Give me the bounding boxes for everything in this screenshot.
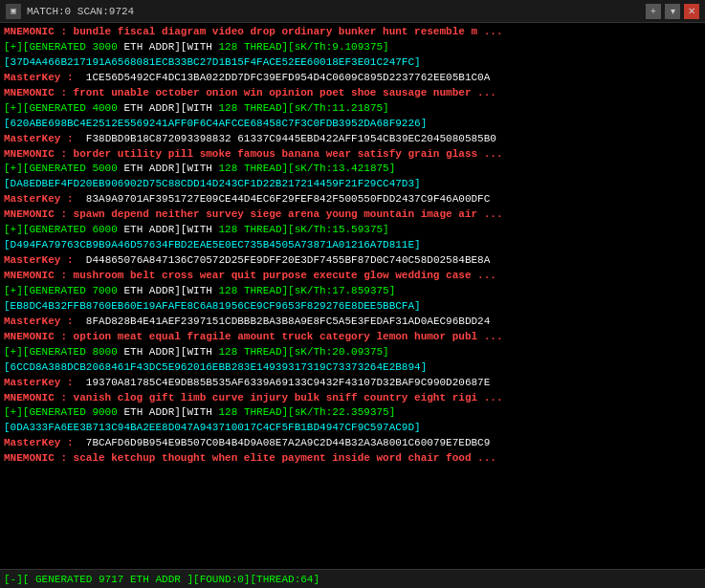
mnemonic-line: MNEMONIC : front unable october onion wi… (4, 87, 496, 98)
window-title: MATCH:0 SCAN:9724 (27, 6, 646, 17)
masterkey-label: MasterKey : (4, 72, 74, 83)
masterkey-label: MasterKey : (4, 193, 74, 205)
gen-number: 4000 (92, 102, 123, 114)
titlebar-close-button[interactable]: ✕ (684, 4, 699, 19)
sk-value: 17.859375 (332, 285, 388, 296)
terminal-line: [+][GENERATED 4000 ETH ADDR][WITH 128 TH… (4, 101, 701, 117)
terminal-line: MNEMONIC : vanish clog gift limb curve i… (4, 391, 701, 406)
masterkey-value: 19370A81785C4E9DB85B535AF6339A69133C9432… (74, 377, 491, 388)
thread-label: THREAD][sK/Th: (244, 346, 332, 358)
terminal-line: MasterKey : 1CE56D5492CF4DC13BA022DD7DFC… (4, 71, 701, 86)
terminal-line: [D494FA79763CB9B9A46D57634FBD2EAE5E0EC73… (4, 238, 701, 253)
app-icon: ▣ (6, 4, 21, 19)
terminal-line: MasterKey : D44865076A847136C70572D25FE9… (4, 253, 701, 269)
gen-number: 5000 (92, 163, 123, 174)
eth-addr-label: ETH ADDR][WITH (123, 41, 218, 53)
terminal-output: MNEMONIC : bundle fiscal diagram video d… (0, 23, 705, 569)
gen-number: 6000 (92, 224, 123, 235)
gen-suffix: ] (383, 224, 389, 235)
thread-count: 128 (218, 346, 243, 358)
generated-label: [+][GENERATED (4, 163, 92, 174)
terminal-line: [+][GENERATED 6000 ETH ADDR][WITH 128 TH… (4, 223, 701, 238)
thread-count: 128 (218, 102, 243, 114)
eth-addr-label: ETH ADDR][WITH (123, 102, 218, 114)
hex-address: [DA8EDBEF4FD20EB906902D75C88CDD14D243CF1… (4, 178, 421, 189)
hex-address: [6CCD8A388DCB2068461F43DC5E962016EBB283E… (4, 361, 427, 373)
mnemonic-line: MNEMONIC : option meat equal fragile amo… (4, 331, 503, 342)
titlebar: ▣ MATCH:0 SCAN:9724 + ▾ ✕ (0, 0, 705, 23)
terminal-line: [+][GENERATED 7000 ETH ADDR][WITH 128 TH… (4, 284, 701, 299)
mnemonic-line: MNEMONIC : spawn depend neither survey s… (4, 208, 503, 220)
generated-label: [+][GENERATED (4, 346, 92, 358)
masterkey-value: 8FAD828B4E41AEF2397151CDBBB2BA3B8A9E8FC5… (74, 316, 491, 327)
masterkey-value: 1CE56D5492CF4DC13BA022DD7DFC39EFD954D4C0… (74, 72, 491, 83)
gen-suffix: ] (389, 285, 396, 296)
gen-suffix: ] (383, 346, 389, 358)
titlebar-plus-button[interactable]: + (646, 4, 661, 19)
terminal-line: MNEMONIC : option meat equal fragile amo… (4, 330, 701, 345)
gen-suffix: ] (383, 102, 389, 114)
terminal-line: MasterKey : 7BCAFD6D9B954E9B507C0B4B4D9A… (4, 436, 701, 451)
hex-address: [620ABE698BC4E2512E5569241AFF0F6C4AFCCE6… (4, 118, 427, 129)
terminal-line: [+][GENERATED 8000 ETH ADDR][WITH 128 TH… (4, 345, 701, 360)
thread-label: THREAD][sK/Th: (244, 285, 332, 296)
gen-number: 3000 (92, 41, 123, 53)
gen-suffix: ] (389, 163, 396, 174)
mnemonic-line: MNEMONIC : vanish clog gift limb curve i… (4, 392, 503, 403)
generated-label: [+][GENERATED (4, 41, 92, 53)
terminal-line: [+][GENERATED 9000 ETH ADDR][WITH 128 TH… (4, 405, 701, 421)
gen-number: 9000 (92, 406, 123, 418)
eth-addr-label: ETH ADDR][WITH (123, 163, 218, 174)
thread-count: 128 (218, 224, 243, 235)
thread-label: THREAD][sK/Th: (244, 41, 332, 53)
terminal-line: MasterKey : 8FAD828B4E41AEF2397151CDBBB2… (4, 315, 701, 330)
eth-addr-label: ETH ADDR][WITH (123, 406, 218, 418)
terminal-line: MasterKey : 83A9A9701AF3951727E09CE44D4E… (4, 192, 701, 207)
masterkey-label: MasterKey : (4, 377, 74, 388)
mnemonic-line: MNEMONIC : border utility pill smoke fam… (4, 148, 503, 160)
terminal-line: MNEMONIC : scale ketchup thought when el… (4, 451, 701, 467)
thread-label: THREAD][sK/Th: (244, 163, 332, 174)
masterkey-value: 83A9A9701AF3951727E09CE44D4EC6F29FEF842F… (74, 193, 491, 205)
sk-value: 22.359375 (332, 406, 388, 418)
terminal-line: MNEMONIC : mushroom belt cross wear quit… (4, 269, 701, 284)
status-text: [-][ GENERATED 9717 ETH ADDR ][FOUND:0][… (4, 574, 319, 585)
masterkey-value: 7BCAFD6D9B954E9B507C0B4B4D9A08E7A2A9C2D4… (74, 437, 491, 448)
status-bar: [-][ GENERATED 9717 ETH ADDR ][FOUND:0][… (0, 569, 705, 588)
sk-value: 15.59375 (332, 224, 383, 235)
gen-suffix: ] (383, 41, 389, 53)
thread-count: 128 (218, 406, 243, 418)
masterkey-label: MasterKey : (4, 254, 74, 266)
gen-number: 7000 (92, 285, 123, 296)
thread-label: THREAD][sK/Th: (244, 406, 332, 418)
masterkey-label: MasterKey : (4, 316, 74, 327)
masterkey-value: F38DBD9B18C872093398832 61337C9445EBD422… (74, 133, 496, 144)
hex-address: [0DA333FA6EE3B713C94BA2EE8D047A943710017… (4, 422, 421, 433)
hex-address: [EB8DC4B32FFB8760EB60E19AFAFE8C6A81956CE… (4, 300, 421, 312)
thread-label: THREAD][sK/Th: (244, 224, 332, 235)
eth-addr-label: ETH ADDR][WITH (123, 285, 218, 296)
generated-label: [+][GENERATED (4, 224, 92, 235)
terminal-line: MNEMONIC : border utility pill smoke fam… (4, 147, 701, 163)
eth-addr-label: ETH ADDR][WITH (123, 346, 218, 358)
terminal-line: [DA8EDBEF4FD20EB906902D75C88CDD14D243CF1… (4, 177, 701, 192)
mnemonic-line: MNEMONIC : scale ketchup thought when el… (4, 452, 496, 464)
sk-value: 13.421875 (332, 163, 388, 174)
terminal-line: MNEMONIC : front unable october onion wi… (4, 86, 701, 101)
terminal-line: MNEMONIC : spawn depend neither survey s… (4, 207, 701, 223)
gen-suffix: ] (389, 406, 396, 418)
titlebar-dropdown-button[interactable]: ▾ (665, 4, 680, 19)
mnemonic-line: MNEMONIC : bundle fiscal diagram video d… (4, 26, 503, 37)
sk-value: 11.21875 (332, 102, 383, 114)
generated-label: [+][GENERATED (4, 102, 92, 114)
hex-address: [D494FA79763CB9B9A46D57634FBD2EAE5E0EC73… (4, 239, 421, 250)
masterkey-value: D44865076A847136C70572D25FE9DFF20E3DF745… (74, 254, 491, 266)
terminal-line: MasterKey : 19370A81785C4E9DB85B535AF633… (4, 376, 701, 391)
window-controls: + ▾ ✕ (646, 4, 699, 19)
generated-label: [+][GENERATED (4, 406, 92, 418)
thread-count: 128 (218, 163, 243, 174)
terminal-line: [+][GENERATED 5000 ETH ADDR][WITH 128 TH… (4, 162, 701, 177)
sk-value: 9.109375 (332, 41, 383, 53)
terminal-line: MNEMONIC : bundle fiscal diagram video d… (4, 25, 701, 40)
gen-number: 8000 (92, 346, 123, 358)
